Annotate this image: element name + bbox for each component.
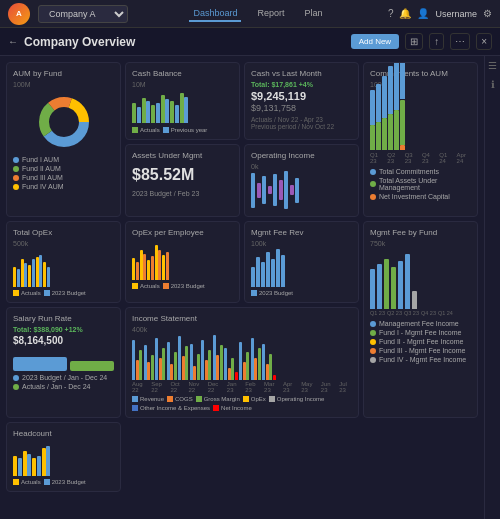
cash-bars xyxy=(132,88,233,123)
row-1: AUM by Fund 100M Fund I AUM Fund II AUM xyxy=(6,62,478,217)
income-bars xyxy=(132,335,352,380)
operating-bars xyxy=(251,170,352,210)
opex-emp-card: OpEx per Employee Actuals 2023 Budget xyxy=(125,221,240,303)
user-icon[interactable]: 👤 xyxy=(417,8,429,19)
mgmt-rev-bars xyxy=(251,247,352,287)
mgmt-fund-title: Mgmt Fee by Fund xyxy=(370,228,471,237)
cash-vs-note1: Actuals / Nov 22 - Apr 23 xyxy=(251,116,352,123)
dashboard: AUM by Fund 100M Fund I AUM Fund II AUM xyxy=(0,56,500,519)
help-icon[interactable]: ? xyxy=(388,8,394,19)
legend-item-2: Fund III AUM xyxy=(13,174,114,181)
mgmt-fund-card: Mgmt Fee by Fund 750k xyxy=(363,221,478,418)
headcount-bars xyxy=(13,441,114,476)
assets-title: Assets Under Mgmt xyxy=(132,151,233,160)
income-legend: Revenue COGS Gross Margin OpEx Operating… xyxy=(132,396,352,411)
page-title: Company Overview xyxy=(24,35,135,49)
sub-header-right: Add New ⊞ ↑ ⋯ × xyxy=(351,33,492,50)
salary-bars xyxy=(13,349,114,371)
salary-legend: 2023 Budget / Jan - Dec 24 Actuals / Jan… xyxy=(13,374,114,390)
headcount-legend: Actuals 2023 Budget xyxy=(13,479,114,485)
salary-card: Salary Run Rate Total: $388,090 +12% $8,… xyxy=(6,307,121,418)
cash-card: Cash Balance 10M Actuals Previous year xyxy=(125,62,240,140)
top-nav: A Company A Dashboard Report Plan ? 🔔 👤 … xyxy=(0,0,500,28)
opex-emp-title: OpEx per Employee xyxy=(132,228,233,237)
sub-header: ← Company Overview Add New ⊞ ↑ ⋯ × xyxy=(0,28,500,56)
nav-logo: A xyxy=(8,3,30,25)
mgmt-rev-card: Mgmt Fee Rev 100k 2023 Budget xyxy=(244,221,359,303)
opex-title: Total OpEx xyxy=(13,228,114,237)
salary-total: Total: $388,090 +12% xyxy=(13,326,114,333)
commitments-chart xyxy=(370,90,471,150)
assets-value: $85.52M xyxy=(132,166,233,184)
share-button[interactable]: ↑ xyxy=(429,33,444,50)
mgmt-rev-title: Mgmt Fee Rev xyxy=(251,228,352,237)
cash-vs-note2: Previous period / Nov Oct 22 xyxy=(251,123,352,130)
more-button[interactable]: ⋯ xyxy=(450,33,470,50)
mgmt-fund-bars xyxy=(370,249,471,309)
operating-title: Operating Income xyxy=(251,151,352,160)
nav-link-dashboard[interactable]: Dashboard xyxy=(189,6,241,22)
aum-title: AUM by Fund xyxy=(13,69,114,78)
income-title: Income Statement xyxy=(132,314,352,323)
legend-item-3: Fund IV AUM xyxy=(13,183,114,190)
aum-scale: 100M xyxy=(13,81,114,88)
sub-header-left: ← Company Overview xyxy=(8,35,135,49)
mgmt-rev-note: 2023 Budget xyxy=(251,290,352,296)
commitments-legend: Total Commitments Total Assets Under Man… xyxy=(370,168,471,200)
add-new-button[interactable]: Add New xyxy=(351,34,399,49)
cash-vs-total: Total: $17,861 +4% xyxy=(251,81,352,88)
mgmt-fund-x-labels: Q1 23Q2 23Q3 23Q4 23Q1 24 xyxy=(370,310,471,316)
legend-item-0: Fund I AUM xyxy=(13,156,114,163)
assets-card: Assets Under Mgmt $85.52M 2023 Budget / … xyxy=(125,144,240,217)
company-select[interactable]: Company A xyxy=(38,5,128,23)
grid-view-button[interactable]: ⊞ xyxy=(405,33,423,50)
commitments-x-labels: Q1 23Q2 23Q3 23Q4 23Q1 24Apr 24 xyxy=(370,152,471,164)
row-3: Headcount Actuals 2023 Budget xyxy=(6,422,478,492)
back-button[interactable]: ← xyxy=(8,36,18,47)
income-card: Income Statement 400k xyxy=(125,307,359,418)
operating-card: Operating Income 0k xyxy=(244,144,359,217)
row-2: Total OpEx 500k Actuals 2023 Budget OpEx… xyxy=(6,221,478,418)
side-panel: ☰ ℹ xyxy=(484,56,500,519)
mgmt-fund-legend: Management Fee Income Fund I - Mgmt Fee … xyxy=(370,320,471,363)
settings-icon[interactable]: ⚙ xyxy=(483,8,492,19)
cash-vs-val1: $9,245,119 xyxy=(251,90,352,102)
aum-card: AUM by Fund 100M Fund I AUM Fund II AUM xyxy=(6,62,121,217)
assets-note: 2023 Budget / Feb 23 xyxy=(132,190,233,197)
cash-vs-title: Cash vs Last Month xyxy=(251,69,352,78)
cash-vs-val2: $9,131,758 xyxy=(251,103,352,113)
cash-scale: 10M xyxy=(132,81,233,88)
cash-title: Cash Balance xyxy=(132,69,233,78)
opex-emp-bars xyxy=(132,240,233,280)
aum-donut xyxy=(13,92,114,152)
opex-legend: Actuals 2023 Budget xyxy=(13,290,114,296)
close-button[interactable]: × xyxy=(476,33,492,50)
opex-bars xyxy=(13,247,114,287)
salary-value: $8,164,500 xyxy=(13,335,114,346)
income-x-labels: Aug 22Sep 22Oct 22Nov 22Dec 22Jan 23Feb … xyxy=(132,381,352,393)
commitments-card: Commitments to AUM 100M xyxy=(363,62,478,217)
cash-vs-card: Cash vs Last Month Total: $17,861 +4% $9… xyxy=(244,62,359,140)
panel-icon-1[interactable]: ☰ xyxy=(488,60,497,71)
headcount-title: Headcount xyxy=(13,429,114,438)
nav-link-report[interactable]: Report xyxy=(253,6,288,22)
bell-icon[interactable]: 🔔 xyxy=(399,8,411,19)
nav-links: Dashboard Report Plan xyxy=(136,6,380,22)
cash-legend: Actuals Previous year xyxy=(132,127,233,133)
salary-title: Salary Run Rate xyxy=(13,314,114,323)
aum-legend: Fund I AUM Fund II AUM Fund III AUM Fund… xyxy=(13,156,114,190)
opex-card: Total OpEx 500k Actuals 2023 Budget xyxy=(6,221,121,303)
nav-icons: ? 🔔 👤 Username ⚙ xyxy=(388,8,492,19)
nav-link-plan[interactable]: Plan xyxy=(300,6,326,22)
legend-item-1: Fund II AUM xyxy=(13,165,114,172)
username-label: Username xyxy=(435,9,477,19)
opex-emp-legend: Actuals 2023 Budget xyxy=(132,283,233,289)
panel-icon-2[interactable]: ℹ xyxy=(491,79,495,90)
headcount-card: Headcount Actuals 2023 Budget xyxy=(6,422,121,492)
